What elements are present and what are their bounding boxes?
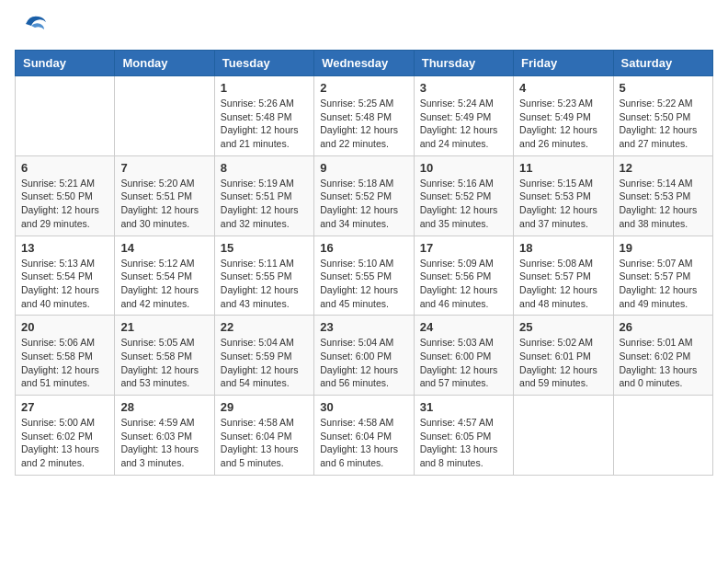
- calendar-cell: 6Sunrise: 5:21 AMSunset: 5:50 PMDaylight…: [16, 155, 115, 236]
- week-row-3: 13Sunrise: 5:13 AMSunset: 5:54 PMDayligh…: [16, 236, 713, 316]
- day-number: 12: [620, 161, 707, 175]
- day-info: Sunrise: 5:08 AMSunset: 5:57 PMDaylight:…: [519, 257, 607, 311]
- day-info: Sunrise: 4:59 AMSunset: 6:03 PMDaylight:…: [120, 416, 208, 470]
- weekday-header-friday: Friday: [514, 51, 613, 76]
- weekday-header-saturday: Saturday: [613, 51, 712, 76]
- calendar-cell: 14Sunrise: 5:12 AMSunset: 5:54 PMDayligh…: [115, 236, 214, 316]
- calendar-cell: 11Sunrise: 5:15 AMSunset: 5:53 PMDayligh…: [514, 155, 613, 236]
- calendar-cell: 8Sunrise: 5:19 AMSunset: 5:51 PMDaylight…: [214, 155, 313, 236]
- calendar-cell: 26Sunrise: 5:01 AMSunset: 6:02 PMDayligh…: [613, 316, 712, 396]
- day-number: 7: [120, 161, 208, 175]
- day-info: Sunrise: 5:07 AMSunset: 5:57 PMDaylight:…: [620, 257, 707, 311]
- day-number: 2: [320, 81, 407, 95]
- calendar-cell: 1Sunrise: 5:26 AMSunset: 5:48 PMDaylight…: [214, 76, 313, 156]
- day-info: Sunrise: 5:00 AMSunset: 6:02 PMDaylight:…: [21, 416, 108, 470]
- page-header: [15, 15, 713, 40]
- day-info: Sunrise: 5:10 AMSunset: 5:55 PMDaylight:…: [320, 257, 407, 311]
- calendar-cell: 3Sunrise: 5:24 AMSunset: 5:49 PMDaylight…: [414, 76, 513, 156]
- day-number: 24: [420, 320, 507, 334]
- day-info: Sunrise: 5:19 AMSunset: 5:51 PMDaylight:…: [221, 177, 308, 231]
- calendar-cell: 25Sunrise: 5:02 AMSunset: 6:01 PMDayligh…: [514, 316, 613, 396]
- day-number: 5: [620, 81, 707, 95]
- day-number: 8: [221, 161, 308, 175]
- calendar-cell: 17Sunrise: 5:09 AMSunset: 5:56 PMDayligh…: [414, 236, 513, 316]
- day-info: Sunrise: 5:24 AMSunset: 5:49 PMDaylight:…: [420, 97, 507, 151]
- day-number: 22: [221, 320, 308, 334]
- day-info: Sunrise: 5:16 AMSunset: 5:52 PMDaylight:…: [420, 177, 507, 231]
- calendar-cell: 4Sunrise: 5:23 AMSunset: 5:49 PMDaylight…: [514, 76, 613, 156]
- day-info: Sunrise: 5:15 AMSunset: 5:53 PMDaylight:…: [519, 177, 607, 231]
- calendar-cell: 19Sunrise: 5:07 AMSunset: 5:57 PMDayligh…: [613, 236, 712, 316]
- calendar-cell: 15Sunrise: 5:11 AMSunset: 5:55 PMDayligh…: [214, 236, 313, 316]
- weekday-header-wednesday: Wednesday: [314, 51, 414, 76]
- day-info: Sunrise: 5:25 AMSunset: 5:48 PMDaylight:…: [320, 97, 407, 151]
- calendar-cell: 30Sunrise: 4:58 AMSunset: 6:04 PMDayligh…: [314, 396, 414, 476]
- day-number: 18: [519, 241, 607, 255]
- day-info: Sunrise: 5:18 AMSunset: 5:52 PMDaylight:…: [320, 177, 407, 231]
- day-number: 23: [320, 320, 407, 334]
- day-number: 27: [21, 400, 108, 414]
- day-info: Sunrise: 5:06 AMSunset: 5:58 PMDaylight:…: [21, 336, 108, 390]
- day-number: 15: [221, 241, 308, 255]
- calendar-cell: 22Sunrise: 5:04 AMSunset: 5:59 PMDayligh…: [214, 316, 313, 396]
- day-info: Sunrise: 5:04 AMSunset: 5:59 PMDaylight:…: [221, 336, 308, 390]
- day-number: 26: [620, 320, 707, 334]
- day-number: 1: [221, 81, 308, 95]
- day-number: 13: [21, 241, 108, 255]
- day-info: Sunrise: 5:23 AMSunset: 5:49 PMDaylight:…: [519, 97, 607, 151]
- calendar-cell: 13Sunrise: 5:13 AMSunset: 5:54 PMDayligh…: [16, 236, 115, 316]
- day-info: Sunrise: 4:58 AMSunset: 6:04 PMDaylight:…: [221, 416, 308, 470]
- calendar-cell: 5Sunrise: 5:22 AMSunset: 5:50 PMDaylight…: [613, 76, 712, 156]
- calendar-cell: 23Sunrise: 5:04 AMSunset: 6:00 PMDayligh…: [314, 316, 414, 396]
- day-info: Sunrise: 4:57 AMSunset: 6:05 PMDaylight:…: [420, 416, 507, 470]
- day-info: Sunrise: 5:12 AMSunset: 5:54 PMDaylight:…: [120, 257, 208, 311]
- calendar-cell: 20Sunrise: 5:06 AMSunset: 5:58 PMDayligh…: [16, 316, 115, 396]
- calendar-cell: [115, 76, 214, 156]
- day-number: 9: [320, 161, 407, 175]
- day-info: Sunrise: 5:21 AMSunset: 5:50 PMDaylight:…: [21, 177, 108, 231]
- day-info: Sunrise: 5:04 AMSunset: 6:00 PMDaylight:…: [320, 336, 407, 390]
- week-row-5: 27Sunrise: 5:00 AMSunset: 6:02 PMDayligh…: [16, 396, 713, 476]
- weekday-header-monday: Monday: [115, 51, 214, 76]
- calendar-table: SundayMondayTuesdayWednesdayThursdayFrid…: [15, 50, 713, 476]
- day-number: 25: [519, 320, 607, 334]
- day-info: Sunrise: 4:58 AMSunset: 6:04 PMDaylight:…: [320, 416, 407, 470]
- calendar-cell: 27Sunrise: 5:00 AMSunset: 6:02 PMDayligh…: [16, 396, 115, 476]
- day-info: Sunrise: 5:02 AMSunset: 6:01 PMDaylight:…: [519, 336, 607, 390]
- day-number: 21: [120, 320, 208, 334]
- logo: [15, 15, 48, 40]
- calendar-cell: 31Sunrise: 4:57 AMSunset: 6:05 PMDayligh…: [414, 396, 513, 476]
- calendar-cell: 21Sunrise: 5:05 AMSunset: 5:58 PMDayligh…: [115, 316, 214, 396]
- day-number: 4: [519, 81, 607, 95]
- day-number: 3: [420, 81, 507, 95]
- day-number: 16: [320, 241, 407, 255]
- calendar-cell: 10Sunrise: 5:16 AMSunset: 5:52 PMDayligh…: [414, 155, 513, 236]
- calendar-cell: 16Sunrise: 5:10 AMSunset: 5:55 PMDayligh…: [314, 236, 414, 316]
- calendar-cell: 7Sunrise: 5:20 AMSunset: 5:51 PMDaylight…: [115, 155, 214, 236]
- day-number: 20: [21, 320, 108, 334]
- day-number: 29: [221, 400, 308, 414]
- day-number: 19: [620, 241, 707, 255]
- day-info: Sunrise: 5:11 AMSunset: 5:55 PMDaylight:…: [221, 257, 308, 311]
- week-row-4: 20Sunrise: 5:06 AMSunset: 5:58 PMDayligh…: [16, 316, 713, 396]
- day-number: 30: [320, 400, 407, 414]
- day-info: Sunrise: 5:26 AMSunset: 5:48 PMDaylight:…: [221, 97, 308, 151]
- day-info: Sunrise: 5:13 AMSunset: 5:54 PMDaylight:…: [21, 257, 108, 311]
- day-number: 11: [519, 161, 607, 175]
- week-row-1: 1Sunrise: 5:26 AMSunset: 5:48 PMDaylight…: [16, 76, 713, 156]
- day-info: Sunrise: 5:05 AMSunset: 5:58 PMDaylight:…: [120, 336, 208, 390]
- day-number: 17: [420, 241, 507, 255]
- weekday-header-thursday: Thursday: [414, 51, 513, 76]
- weekday-header-tuesday: Tuesday: [214, 51, 313, 76]
- day-info: Sunrise: 5:14 AMSunset: 5:53 PMDaylight:…: [620, 177, 707, 231]
- day-info: Sunrise: 5:20 AMSunset: 5:51 PMDaylight:…: [120, 177, 208, 231]
- calendar-cell: 12Sunrise: 5:14 AMSunset: 5:53 PMDayligh…: [613, 155, 712, 236]
- calendar-cell: 24Sunrise: 5:03 AMSunset: 6:00 PMDayligh…: [414, 316, 513, 396]
- calendar-cell: [514, 396, 613, 476]
- day-number: 10: [420, 161, 507, 175]
- calendar-cell: 28Sunrise: 4:59 AMSunset: 6:03 PMDayligh…: [115, 396, 214, 476]
- week-row-2: 6Sunrise: 5:21 AMSunset: 5:50 PMDaylight…: [16, 155, 713, 236]
- calendar-cell: 18Sunrise: 5:08 AMSunset: 5:57 PMDayligh…: [514, 236, 613, 316]
- weekday-header-row: SundayMondayTuesdayWednesdayThursdayFrid…: [16, 51, 713, 76]
- calendar-cell: 2Sunrise: 5:25 AMSunset: 5:48 PMDaylight…: [314, 76, 414, 156]
